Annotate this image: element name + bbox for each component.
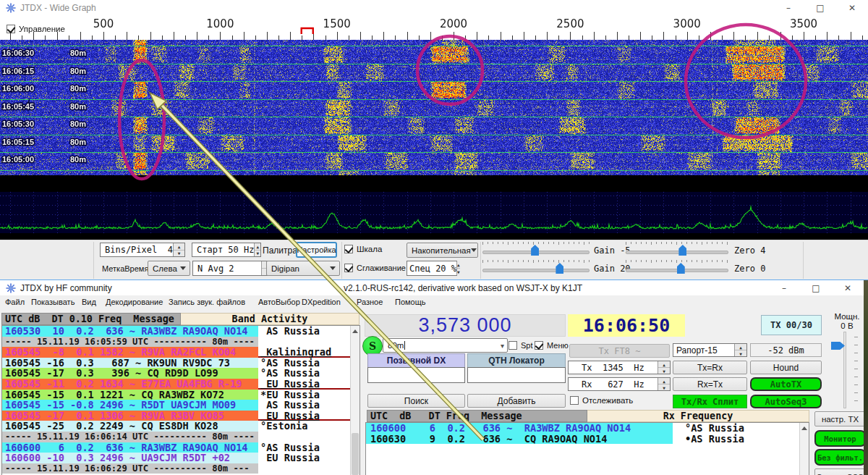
- minimize-icon[interactable]: –: [768, 283, 800, 293]
- spin-up-icon[interactable]: ▲: [457, 261, 460, 269]
- scroll-up-icon[interactable]: [351, 326, 359, 336]
- tx-eq-rx-button[interactable]: Tx=Rx: [673, 361, 747, 374]
- menu-item-7[interactable]: DXpedition: [301, 298, 341, 306]
- accumulate-combo[interactable]: Накопительная: [407, 243, 478, 258]
- power-slider-track[interactable]: [843, 332, 846, 408]
- spin-up-icon[interactable]: ▲: [658, 378, 670, 384]
- tune-tx-button[interactable]: настр. TX: [814, 411, 866, 426]
- main-titlebar[interactable]: JTDX by HF community v2.1.0-RUS-rc142, d…: [0, 280, 868, 295]
- decode-row[interactable]: 160600 6 0.2 636 ~ RA3WBZ RA9OAQ NO14°AS…: [2, 442, 359, 453]
- zero1-slider[interactable]: [626, 242, 728, 256]
- decode-row[interactable]: 160545 -16 0.3 687 ~ RK9UN RV9DC 73°AS R…: [2, 358, 359, 369]
- add-button[interactable]: Добавить: [467, 394, 566, 408]
- decode-row[interactable]: 160545 -17 0.3 396 ~ CQ RD9D LO99°AS Rus…: [2, 368, 359, 379]
- decode-row[interactable]: 160545 -15 0.1 1221 ~ CQ RA3WBZ KO72*EU …: [2, 390, 359, 400]
- search-button[interactable]: Поиск: [367, 394, 465, 408]
- nofilter-button[interactable]: Без фильт.: [814, 449, 866, 466]
- scroll-up-icon[interactable]: [800, 423, 809, 433]
- spin-up-icon[interactable]: ▲: [658, 361, 670, 368]
- hound-button[interactable]: Hound: [750, 361, 822, 374]
- decode-separator-row[interactable]: ----- 15.11.19 16:06:29 UTC ---------- 8…: [2, 463, 359, 474]
- single-qso-button[interactable]: Однокр. QSO: [814, 468, 866, 475]
- smooth-checkbox[interactable]: Сглаживание: [344, 264, 406, 272]
- slider-handle[interactable]: [531, 245, 539, 256]
- monitor-button[interactable]: Монитор: [814, 430, 866, 447]
- scrollbar-thumb[interactable]: [352, 433, 359, 475]
- slider-handle[interactable]: [678, 245, 686, 256]
- decode-row[interactable]: 160600 -10 0.3 2496 ~ UA9CJM R5DT +02 EU…: [2, 453, 359, 463]
- decode-row[interactable]: 160600 6 0.2 636 ~ RA3WBZ RA9OAQ NO14°AS…: [366, 423, 809, 434]
- decode-row[interactable]: 160545 -8 0.1 1582 ~ R9VA RA2FCL KO04 Ka…: [2, 347, 359, 358]
- band-activity-scrollbar[interactable]: [350, 326, 359, 475]
- decode-row[interactable]: 160630 9 0.2 636 ~ CQ RA9OAQ NO14•AS Rus…: [366, 434, 809, 445]
- minimize-icon[interactable]: –: [773, 3, 804, 13]
- controls-checkbox[interactable]: Управление: [7, 25, 65, 33]
- maximize-icon[interactable]: □: [800, 283, 832, 293]
- menu-item-9[interactable]: Помощь: [394, 298, 427, 306]
- dx-call-input[interactable]: [367, 367, 465, 383]
- gain2-slider[interactable]: [482, 260, 590, 274]
- spin-down-icon[interactable]: ▼: [457, 269, 460, 275]
- gain1-slider[interactable]: [482, 242, 590, 256]
- decode-separator-row[interactable]: ----- 15.11.19 16:06:14 UTC ---------- 8…: [2, 432, 359, 442]
- maximize-icon[interactable]: □: [804, 3, 836, 13]
- spin-down-icon[interactable]: ▼: [735, 350, 746, 356]
- dx-grid-input[interactable]: [467, 367, 566, 383]
- spin-down-icon[interactable]: ▼: [658, 384, 670, 390]
- spin-up-icon[interactable]: ▲: [174, 243, 184, 251]
- spt-checkbox[interactable]: Spt: [509, 341, 533, 350]
- scale-checkbox[interactable]: Шкала: [344, 245, 382, 253]
- rx-frequency-scrollbar[interactable]: [799, 423, 809, 475]
- decode-row[interactable]: 160545 -25 0.2 2249 ~ CQ ES8DH KO28°Esto…: [2, 421, 359, 432]
- menu-item-1[interactable]: Файл: [4, 298, 25, 306]
- autoseq-button[interactable]: AutoSeq3: [750, 395, 822, 408]
- menu-checkbox[interactable]: Меню: [535, 341, 569, 350]
- menu-item-6[interactable]: АвтоВыбор: [258, 298, 301, 306]
- decode-row[interactable]: 160545 -15 -0.8 2496 ~ R5DT UA9CJM MO09 …: [2, 400, 359, 411]
- palette-combo[interactable]: Digipan: [266, 261, 340, 276]
- rx-eq-tx-button[interactable]: Rx=Tx: [673, 377, 747, 391]
- slider-handle[interactable]: [677, 263, 685, 274]
- bins-pixel-spinbox[interactable]: Bins/Pixel 4 ▲▼: [100, 243, 185, 257]
- slider-handle[interactable]: [556, 263, 563, 274]
- tx-freq-spinbox[interactable]: Tx 1345 Hz ▲▼: [568, 361, 671, 374]
- menu-item-3[interactable]: Вид: [81, 298, 97, 306]
- menu-item-5[interactable]: Запись звук. файлов: [168, 298, 246, 306]
- decode-text: 160600 6 0.2 636 ~ RA3WBZ RA9OAQ NO14: [5, 442, 258, 453]
- close-icon[interactable]: ✕: [836, 3, 868, 13]
- timestamp-combo[interactable]: Слева: [148, 261, 190, 276]
- split-button[interactable]: Tx/Rx Сплит: [673, 395, 747, 408]
- spin-up-icon[interactable]: ▲: [255, 243, 260, 251]
- decode-row[interactable]: 160545 -11 0.2 1634 ~ E77EA UA4FBG R-19 …: [2, 379, 359, 390]
- spin-down-icon[interactable]: ▼: [658, 368, 670, 374]
- spin-up-icon[interactable]: ▲: [735, 344, 746, 350]
- close-icon[interactable]: ✕: [832, 283, 864, 293]
- band-activity-table[interactable]: 160530 10 0.2 636 ~ RA3WBZ RA9OAQ NO14 A…: [1, 325, 360, 475]
- wide-graph-titlebar[interactable]: JTDX - Wide Graph – □ ✕: [0, 0, 868, 17]
- track-checkbox[interactable]: Отслеживать: [570, 396, 633, 405]
- spin-down-icon[interactable]: ▼: [255, 251, 260, 257]
- menu-item-4[interactable]: Декодирование: [105, 298, 163, 306]
- report-spinbox[interactable]: Рапорт-15 ▲▼: [673, 343, 747, 357]
- tx-mode-button[interactable]: Tx FT8 ~: [569, 344, 670, 358]
- zero2-slider[interactable]: [626, 260, 728, 274]
- menu-item-2[interactable]: Показывать: [30, 298, 75, 306]
- waterfall-spectrum-display[interactable]: [0, 16, 868, 240]
- rx-freq-spinbox[interactable]: Rx 627 Hz ▲▼: [568, 377, 671, 391]
- palette-settings-button[interactable]: Настройка: [296, 242, 337, 258]
- decode-row[interactable]: 160545 -17 0.1 1306 ~ R9VA R3BV KO85 EU …: [2, 411, 359, 421]
- menu-item-8[interactable]: Разное: [356, 298, 383, 306]
- spec-spinbox[interactable]: Спец 20 % ▲▼: [407, 261, 457, 276]
- navg-spinbox[interactable]: N Avg 2 ▲▼: [192, 261, 274, 276]
- tx-watchdog-button[interactable]: TX 00/30: [761, 315, 822, 335]
- decode-separator-row[interactable]: ----- 15.11.19 16:05:59 UTC ---------- 8…: [2, 337, 359, 348]
- divider: [480, 242, 481, 279]
- spin-down-icon[interactable]: ▼: [174, 251, 184, 257]
- autotx-button[interactable]: AutoTX: [750, 377, 822, 391]
- rx-frequency-columns-header: UTC dB DT Freq Message: [367, 410, 587, 422]
- start-hz-spinbox[interactable]: Старт 50 Hz ▲▼: [192, 243, 261, 257]
- rx-frequency-table[interactable]: 160600 6 0.2 636 ~ RA3WBZ RA9OAQ NO14°AS…: [365, 422, 809, 475]
- checkbox-icon: [570, 396, 579, 405]
- band-combo[interactable]: 80m ▾: [383, 338, 508, 353]
- decode-row[interactable]: 160530 10 0.2 636 ~ RA3WBZ RA9OAQ NO14 A…: [2, 326, 359, 337]
